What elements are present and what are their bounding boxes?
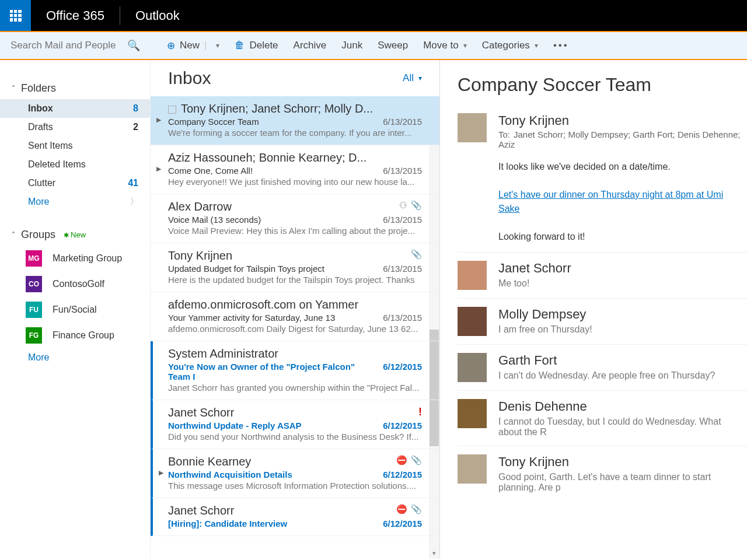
conversation-message[interactable]: Tony KrijnenTo:Janet Schorr; Molly Demps…: [458, 113, 747, 252]
email-item[interactable]: afdemo.onmicrosoft.com on YammerYour Yam…: [151, 292, 439, 341]
message-snippet: I cannot do Tuesday, but I could do Wedn…: [498, 416, 747, 438]
folder-label: Deleted Items: [28, 159, 86, 170]
email-from: Aziz Hassouneh; Bonnie Kearney; D...: [168, 151, 366, 164]
chevron-down-icon[interactable]: ▾: [216, 41, 219, 50]
email-subject: Company Soccer Team: [168, 117, 259, 127]
conversation-message[interactable]: Denis DehenneI cannot do Tuesday, but I …: [458, 390, 747, 446]
email-date: 6/13/2015: [383, 117, 422, 127]
group-finance-group[interactable]: FGFinance Group: [0, 323, 150, 348]
group-marketing-group[interactable]: MGMarketing Group: [0, 246, 150, 271]
restricted-icon: ⛔: [396, 455, 407, 466]
search-icon[interactable]: 🔍: [127, 39, 140, 52]
email-preview: Janet Schorr has granted you ownership w…: [168, 383, 422, 393]
email-from: Janet Schorr: [168, 406, 234, 419]
trash-icon: 🗑: [235, 40, 245, 51]
conversation-message[interactable]: Garth FortI can't do Wednesday. Are peop…: [458, 344, 747, 390]
reading-pane: Company Soccer Team Tony KrijnenTo:Janet…: [440, 60, 747, 559]
search-box[interactable]: 🔍: [0, 39, 149, 52]
archive-button[interactable]: Archive: [294, 40, 327, 51]
folder-label: Drafts: [28, 122, 53, 132]
email-from: Tony Krijnen: [168, 249, 232, 262]
email-date: 6/12/2015: [383, 362, 422, 382]
group-avatar: CO: [26, 276, 42, 292]
new-button[interactable]: ⊕ New | ▾: [167, 40, 219, 52]
email-preview: This message uses Microsoft Information …: [168, 481, 422, 491]
email-date: 6/13/2015: [383, 313, 422, 323]
search-input[interactable]: [11, 40, 121, 51]
chevron-up-icon: ˄: [12, 85, 15, 93]
moveto-button[interactable]: Move to▾: [423, 40, 466, 51]
avatar: [458, 353, 487, 382]
email-subject: Updated Budget for Tailspin Toys project: [168, 264, 324, 274]
folder-drafts[interactable]: Drafts2: [0, 118, 150, 136]
folder-sent-items[interactable]: Sent Items: [0, 136, 150, 155]
conversation-message[interactable]: Molly DempseyI am free on Thursday!: [458, 298, 747, 344]
brand-label: Office 365: [46, 8, 104, 23]
scroll-down-icon[interactable]: ▾: [429, 547, 439, 559]
categories-button[interactable]: Categories▾: [482, 40, 538, 51]
email-subject: Your Yammer activity for Saturday, June …: [168, 313, 335, 323]
folder-label: Inbox: [28, 103, 53, 114]
message-body: It looks like we've decided on a date/ti…: [498, 160, 747, 244]
delete-button[interactable]: 🗑 Delete: [235, 40, 278, 51]
email-item[interactable]: ▶Aziz Hassouneh; Bonnie Kearney; D...Com…: [151, 145, 439, 194]
meeting-link[interactable]: Let's have our dinner on Thursday night …: [498, 190, 723, 214]
message-from: Denis Dehenne: [498, 399, 747, 414]
chevron-down-icon: ▾: [463, 41, 467, 50]
message-to: To:Janet Schorr; Molly Dempsey; Garth Fo…: [498, 130, 747, 149]
email-date: 6/13/2015: [383, 166, 422, 176]
folders-more-link[interactable]: More 〉: [0, 192, 150, 211]
chevron-down-icon: ▾: [535, 41, 538, 50]
group-fun-social[interactable]: FUFun/Social: [0, 297, 150, 323]
email-preview: Hey everyone!! We just finished moving i…: [168, 177, 422, 187]
folder-clutter[interactable]: Clutter41: [0, 174, 150, 192]
email-from: Janet Schorr: [168, 504, 234, 517]
conversation-message[interactable]: Janet SchorrMe too!: [458, 252, 747, 298]
filter-dropdown[interactable]: All ▾: [403, 72, 422, 84]
folder-inbox[interactable]: Inbox8: [0, 99, 150, 118]
message-from: Garth Fort: [498, 353, 747, 368]
email-item[interactable]: Janet Schorr!Northwind Update - Reply AS…: [151, 400, 439, 449]
email-item[interactable]: ▶Bonnie Kearney⛔📎Northwind Acquisition D…: [151, 449, 439, 498]
junk-button[interactable]: Junk: [341, 40, 362, 51]
group-contosogolf[interactable]: COContosoGolf: [0, 271, 150, 297]
email-item[interactable]: Tony Krijnen📎Updated Budget for Tailspin…: [151, 243, 439, 292]
group-label: Marketing Group: [53, 253, 122, 264]
email-from: Tony Krijnen; Janet Schorr; Molly D...: [181, 102, 373, 116]
groups-more-link[interactable]: More: [0, 348, 150, 367]
email-item[interactable]: ▶Tony Krijnen; Janet Schorr; Molly D...C…: [151, 96, 439, 145]
folder-count: 8: [133, 103, 138, 114]
email-preview: afdemo.onmicrosoft.com Daily Digest for …: [168, 324, 422, 334]
expand-icon[interactable]: ▶: [159, 469, 163, 477]
email-item[interactable]: Janet Schorr⛔📎[Hiring]: Candidate Interv…: [151, 498, 439, 536]
expand-icon[interactable]: ▶: [156, 116, 161, 124]
avatar: [458, 307, 487, 336]
email-subject: [Hiring]: Candidate Interview: [168, 519, 287, 528]
app-launcher-button[interactable]: [0, 0, 31, 31]
message-list-header: Inbox All ▾: [151, 60, 439, 96]
avatar: [458, 113, 487, 142]
attachment-icon: 📎: [411, 200, 422, 211]
chevron-right-icon: 〉: [130, 197, 138, 207]
message-from: Tony Krijnen: [498, 454, 747, 470]
email-item[interactable]: System AdministratorYou're Now an Owner …: [151, 341, 439, 400]
email-item[interactable]: Alex Darrow⚇📎Voice Mail (13 seconds)6/13…: [151, 194, 439, 243]
folder-label: Sent Items: [28, 141, 72, 151]
group-label: Finance Group: [53, 330, 114, 341]
sweep-button[interactable]: Sweep: [378, 40, 408, 51]
expand-icon[interactable]: ▶: [156, 165, 161, 173]
group-label: Fun/Social: [53, 304, 97, 315]
email-date: 6/12/2015: [383, 470, 422, 480]
conversation-message[interactable]: Tony KrijnenGood point, Garth. Let's hav…: [458, 446, 747, 501]
checkbox[interactable]: [168, 106, 176, 114]
app-name-label: Outlook: [135, 8, 180, 23]
folder-label: Clutter: [28, 178, 55, 188]
folders-header[interactable]: ˄ Folders: [0, 78, 150, 99]
more-button[interactable]: •••: [553, 40, 569, 51]
folder-deleted-items[interactable]: Deleted Items: [0, 155, 150, 174]
email-date: 6/12/2015: [383, 421, 422, 430]
email-subject: Voice Mail (13 seconds): [168, 215, 261, 225]
email-subject: You're Now an Owner of the "Project Falc…: [168, 362, 377, 382]
groups-header[interactable]: ˄ Groups New: [0, 224, 150, 246]
message-snippet: I can't do Wednesday. Are people free on…: [498, 370, 747, 381]
